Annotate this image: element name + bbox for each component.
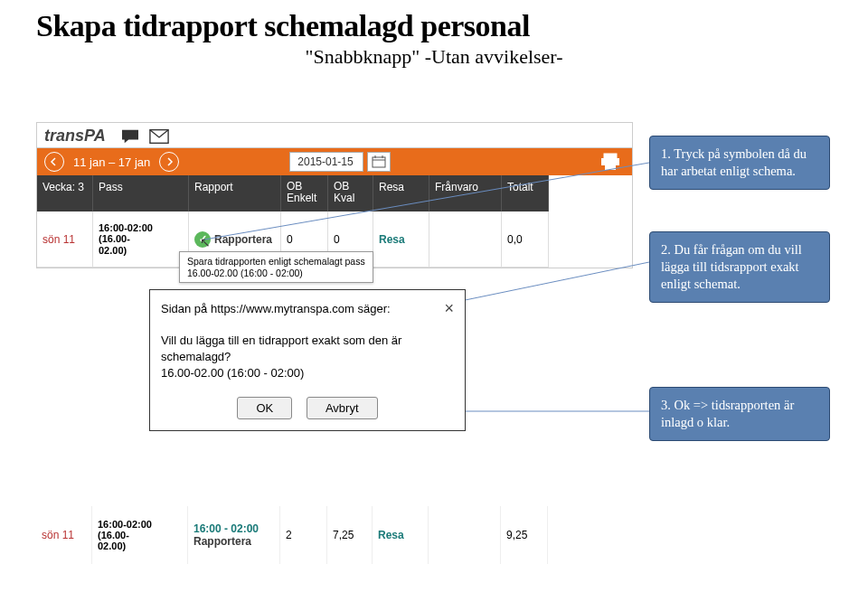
note-1: 1. Tryck på symbolen då du har arbetat e… (649, 136, 830, 190)
date-input[interactable] (289, 152, 363, 172)
confirm-dialog: Sidan på https://www.mytranspa.com säger… (149, 289, 466, 431)
res-ob-kval: 7,25 (327, 506, 373, 564)
page-subtitle: "Snabbknapp" -Utan avvikelser- (36, 45, 832, 69)
cursor-icon: ↖ (200, 235, 211, 249)
note-3: 3. Ok => tidsrapporten är inlagd o klar. (649, 387, 830, 441)
cell-resa[interactable]: Resa (373, 211, 429, 267)
close-icon[interactable]: × (444, 299, 454, 318)
res-day: sön 11 (36, 506, 92, 564)
print-icon[interactable] (599, 153, 621, 171)
svg-rect-5 (604, 154, 617, 158)
col-report: Rapport (189, 175, 281, 211)
prev-week-button[interactable] (44, 152, 64, 172)
report-link[interactable]: Rapportera (214, 233, 272, 246)
res-resa[interactable]: Resa (373, 506, 429, 564)
page-title: Skapa tidrapport schemalagd personal (36, 9, 832, 43)
dialog-header: Sidan på https://www.mytranspa.com säger… (150, 290, 465, 324)
res-totalt: 9,25 (501, 506, 548, 564)
col-totalt: Totalt (502, 175, 549, 211)
ok-button[interactable]: OK (237, 397, 292, 419)
app-window: transPA 11 jan – 17 jan Vecka: 3 Pass Ra… (36, 122, 633, 268)
document-header: Skapa tidrapport schemalagd personal "Sn… (0, 0, 868, 72)
col-ob-enkelt: OBEnkelt (281, 175, 328, 211)
app-topbar: transPA (37, 123, 632, 148)
note-2: 2. Du får frågan om du vill lägga till t… (649, 231, 830, 303)
next-week-button[interactable] (159, 152, 179, 172)
cell-franvaro (429, 211, 502, 267)
cell-totalt: 0,0 (502, 211, 549, 267)
chat-icon[interactable] (120, 128, 140, 145)
res-pass: 16:00-02:00 (16.00- 02.00) (92, 506, 188, 564)
dialog-footer: OK Avbryt (150, 391, 465, 430)
result-row: sön 11 16:00-02:00 (16.00- 02.00) 16:00 … (36, 506, 633, 564)
col-pass: Pass (93, 175, 189, 211)
res-report[interactable]: 16:00 - 02:00 Rapportera (188, 506, 280, 564)
cancel-button[interactable]: Avbryt (307, 397, 378, 419)
col-ob-kval: OBKval (328, 175, 373, 211)
app-logo: transPA (39, 125, 111, 147)
col-week: Vecka: 3 (37, 175, 93, 211)
col-franvaro: Frånvaro (429, 175, 502, 211)
date-range-label: 11 jan – 17 jan (73, 155, 150, 169)
svg-rect-1 (373, 157, 385, 167)
tooltip: Spara tidrapporten enligt schemalagt pas… (179, 251, 373, 283)
res-ob-enkelt: 2 (280, 506, 327, 564)
res-franvaro (429, 506, 501, 564)
svg-line-9 (452, 262, 649, 303)
orange-toolbar: 11 jan – 17 jan (37, 148, 632, 175)
cell-pass: 16:00-02:00 (16.00- 02.00) (93, 211, 189, 267)
mail-icon[interactable] (149, 128, 169, 145)
dialog-body: Vill du lägga till en tidrapport exakt s… (150, 324, 465, 391)
svg-rect-7 (605, 164, 616, 170)
cell-day: sön 11 (37, 211, 93, 267)
calendar-button[interactable] (367, 152, 391, 172)
col-resa: Resa (373, 175, 429, 211)
